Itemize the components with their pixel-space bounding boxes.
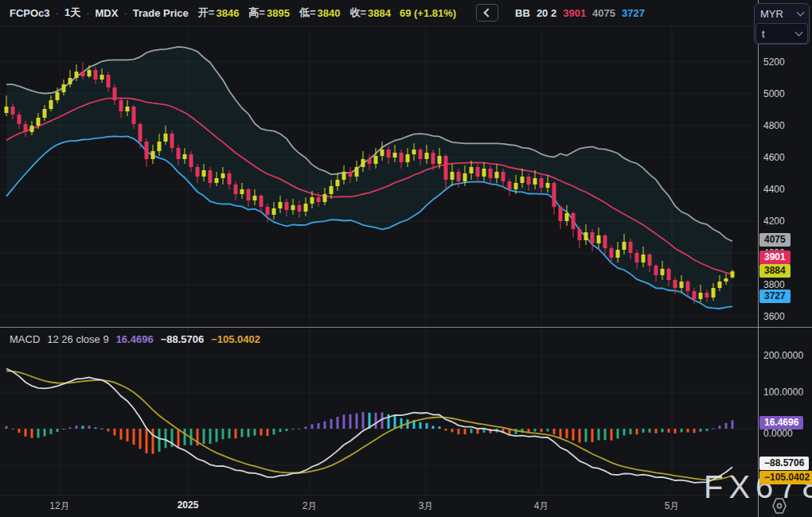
price-axis-label: 4800 <box>763 119 785 132</box>
time-axis-separator <box>0 495 812 496</box>
price-axis-label: 4200 <box>763 215 785 227</box>
macd-axis-label: 200.0000 <box>763 349 803 362</box>
currency-unit-selector: MYR t <box>754 3 810 45</box>
macd-name: MACD <box>10 333 40 345</box>
time-axis-label: 4月 <box>534 500 549 513</box>
settings-hexagon-icon[interactable] <box>769 497 790 515</box>
time-axis-label: 3月 <box>419 500 434 513</box>
macd-signal-value: −105.0402 <box>211 333 260 345</box>
price-axis-badge: 4075 <box>759 233 791 247</box>
price-axis-label: 4600 <box>763 151 785 164</box>
unit-value: t <box>762 28 765 40</box>
price-axis-badge: 3901 <box>759 251 791 264</box>
time-axis-label: 2025 <box>178 500 199 511</box>
price-axis-label: 4400 <box>763 183 785 196</box>
macd-line-value: −88.5706 <box>161 333 205 345</box>
macd-axis-badge: 16.4696 <box>759 416 803 430</box>
macd-axis-badge: −88.5706 <box>759 457 809 470</box>
time-axis-label: 2月 <box>303 500 318 513</box>
time-axis-label: 5月 <box>665 500 680 513</box>
currency-select[interactable]: MYR <box>755 4 809 23</box>
trading-chart-app: FCPOc3 · 1天 · MDX · Trade Price 开=3846 高… <box>0 0 812 517</box>
price-axis-label: 5200 <box>763 56 785 68</box>
price-axis-label: 5000 <box>763 87 785 100</box>
macd-histogram-value: 16.4696 <box>116 333 154 345</box>
time-axis-label: 12月 <box>49 500 69 513</box>
macd-params: 12 26 close 9 <box>47 333 108 345</box>
price-axis-badge: 3884 <box>759 264 791 278</box>
pane-separator[interactable] <box>0 327 812 328</box>
currency-value: MYR <box>760 8 783 20</box>
macd-legend[interactable]: MACD 12 26 close 9 16.4696 −88.5706 −105… <box>10 333 260 345</box>
price-axis-label: 3600 <box>763 310 785 323</box>
unit-select[interactable]: t <box>755 23 808 44</box>
price-and-macd-chart-canvas[interactable] <box>0 0 812 517</box>
price-axis-badge: 3727 <box>759 290 791 303</box>
chevron-down-icon <box>795 29 803 37</box>
macd-axis-badge: −105.0402 <box>759 471 812 484</box>
macd-axis-label: 100.0000 <box>763 386 803 398</box>
chevron-down-icon <box>797 9 805 17</box>
price-axis-divider <box>758 0 759 517</box>
